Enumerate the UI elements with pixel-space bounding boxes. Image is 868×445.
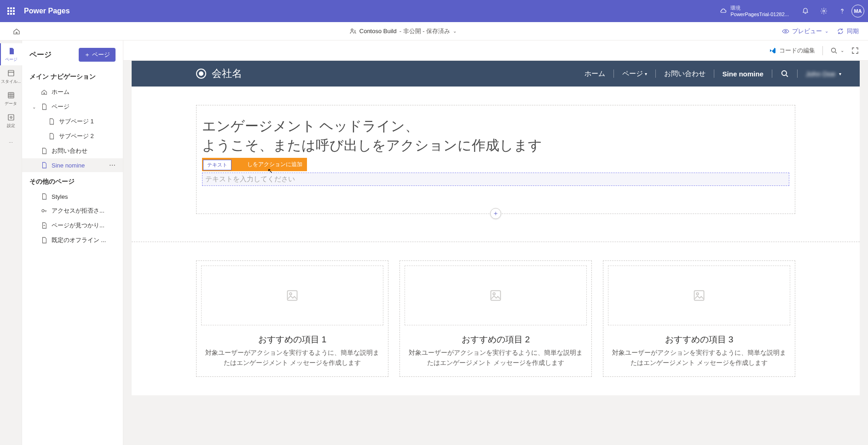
- more-icon[interactable]: ⋯: [109, 162, 116, 169]
- card-title[interactable]: おすすめの項目 1: [197, 330, 388, 347]
- rail-style[interactable]: スタイル...: [0, 65, 22, 87]
- feature-card-1[interactable]: おすすめの項目 1 対象ユーザーがアクションを実行するように、簡単な説明またはエ…: [196, 260, 388, 377]
- sync-icon: [837, 28, 844, 35]
- plus-icon: ＋: [84, 51, 90, 59]
- site-name: Contoso Build: [359, 28, 397, 35]
- svg-point-6: [10, 116, 12, 118]
- nav-link-home[interactable]: ホーム: [576, 69, 613, 78]
- svg-point-15: [696, 293, 699, 295]
- sidebar: ページ ＋ページ メイン ナビゲーション ホーム ⌄ ページ サブページ 1 サ…: [22, 40, 123, 445]
- chevron-down-icon: ⌄: [825, 29, 828, 34]
- text-element-badge[interactable]: テキスト: [203, 160, 231, 170]
- hero-container[interactable]: エンゲージメント ヘッドライン、 ようこそ、または呼び出しをアクションに作成しま…: [196, 105, 795, 214]
- site-status[interactable]: Contoso Build - 非公開 - 保存済み ⌄: [24, 27, 782, 35]
- preview-button[interactable]: プレビュー ⌄: [782, 27, 828, 35]
- top-bar: Power Pages 環境 PowerPagesTrial-01282... …: [0, 0, 868, 22]
- caret-down-icon: ▾: [645, 71, 647, 76]
- app-launcher-icon[interactable]: [4, 4, 18, 18]
- more-icon: ⋯: [6, 138, 16, 147]
- text-input-area[interactable]: テキストを入力してください: [202, 173, 789, 186]
- svg-point-7: [42, 209, 44, 212]
- edit-code-button[interactable]: コードの編集: [769, 46, 815, 55]
- svg-point-0: [823, 10, 825, 12]
- nav-link-sine[interactable]: Sine nomine: [714, 70, 772, 78]
- card-text[interactable]: 対象ユーザーがアクションを実行するように、簡単な説明またはエンゲージメント メッ…: [400, 347, 591, 376]
- page-icon: [7, 46, 16, 56]
- setup-icon: [6, 113, 16, 122]
- separator: [822, 46, 823, 55]
- fullscreen-button[interactable]: [851, 47, 859, 54]
- nav-styles[interactable]: Styles: [22, 190, 123, 203]
- hero-headline[interactable]: エンゲージメント ヘッドライン、 ようこそ、または呼び出しをアクションに作成しま…: [202, 116, 789, 155]
- page-icon: [41, 237, 48, 244]
- nav-subpage-2[interactable]: サブページ 2: [22, 129, 123, 144]
- zoom-icon: [830, 47, 838, 54]
- svg-rect-10: [288, 291, 297, 301]
- zoom-button[interactable]: ⌄: [830, 47, 844, 54]
- page-broken-icon: [41, 222, 48, 229]
- chevron-down-icon: ⌄: [453, 29, 457, 34]
- nav-search[interactable]: [772, 69, 797, 78]
- home-icon: [41, 88, 48, 96]
- nav-access-denied[interactable]: アクセスが拒否さ...: [22, 203, 123, 218]
- card-title[interactable]: おすすめの項目 2: [400, 330, 591, 347]
- notifications-icon[interactable]: [796, 2, 815, 20]
- svg-rect-5: [8, 115, 14, 120]
- svg-point-9: [782, 71, 787, 75]
- environment-picker[interactable]: 環境 PowerPagesTrial-01282...: [719, 5, 789, 18]
- home-icon[interactable]: [9, 28, 24, 35]
- image-placeholder[interactable]: [405, 266, 587, 325]
- page-icon: [48, 118, 55, 125]
- svg-rect-4: [8, 92, 14, 98]
- nav-offline[interactable]: 既定のオフライン ...: [22, 233, 123, 248]
- card-text[interactable]: 対象ユーザーがアクションを実行するように、簡単な説明またはエンゲージメント メッ…: [603, 347, 795, 376]
- site-logo[interactable]: 会社名: [196, 67, 242, 81]
- card-text[interactable]: 対象ユーザーがアクションを実行するように、簡単な説明またはエンゲージメント メッ…: [197, 347, 388, 376]
- svg-point-2: [785, 30, 787, 32]
- eye-icon: [782, 28, 789, 35]
- nav-pages[interactable]: ⌄ ページ: [22, 99, 123, 114]
- sync-button[interactable]: 同期: [837, 27, 859, 35]
- nav-subpage-1[interactable]: サブページ 1: [22, 114, 123, 129]
- expand-icon: [851, 47, 859, 54]
- image-icon: [693, 289, 706, 302]
- image-icon: [286, 289, 299, 302]
- sub-header: Contoso Build - 非公開 - 保存済み ⌄ プレビュー ⌄ 同期: [0, 22, 868, 40]
- image-icon: [489, 289, 502, 302]
- profile-name[interactable]: John Doe: [798, 70, 844, 78]
- image-placeholder[interactable]: [201, 266, 383, 325]
- svg-rect-14: [694, 291, 704, 301]
- nav-sine-nomine[interactable]: Sine nomine ⋯: [22, 158, 123, 172]
- site-preview: 会社名 ホーム ページ▾ お問い合わせ Sine nomine: [132, 61, 860, 395]
- feature-card-2[interactable]: おすすめの項目 2 対象ユーザーがアクションを実行するように、簡単な説明またはエ…: [399, 260, 592, 377]
- image-placeholder[interactable]: [608, 266, 790, 325]
- logo-icon: [196, 69, 206, 79]
- nav-contact[interactable]: お問い合わせ: [22, 144, 123, 158]
- rail-data[interactable]: データ: [0, 87, 22, 110]
- nav-link-pages[interactable]: ページ▾: [614, 69, 655, 78]
- main-nav-heading: メイン ナビゲーション: [22, 67, 123, 85]
- nav-link-contact[interactable]: お問い合わせ: [656, 69, 714, 78]
- cards-section: おすすめの項目 1 対象ユーザーがアクションを実行するように、簡単な説明またはエ…: [132, 242, 860, 395]
- page-icon: [41, 193, 48, 200]
- add-section-button[interactable]: ＋: [490, 208, 501, 219]
- env-name: PowerPagesTrial-01282...: [730, 11, 789, 17]
- search-icon: [781, 69, 789, 78]
- nav-not-found[interactable]: ページが見つかり...: [22, 218, 123, 233]
- data-icon: [6, 91, 16, 100]
- card-title[interactable]: おすすめの項目 3: [603, 330, 795, 347]
- style-icon: [6, 69, 16, 78]
- feature-card-3[interactable]: おすすめの項目 3 対象ユーザーがアクションを実行するように、簡単な説明またはエ…: [603, 260, 795, 377]
- nav-home[interactable]: ホーム: [22, 85, 123, 99]
- rail-setup[interactable]: 設定: [0, 110, 22, 132]
- user-avatar[interactable]: MA: [851, 5, 864, 17]
- rail-pages[interactable]: ページ: [0, 43, 22, 65]
- left-rail: ページ スタイル... データ 設定 ⋯: [0, 40, 22, 445]
- canvas: コードの編集 ⌄ 会社名 ホー: [123, 40, 868, 445]
- rail-more[interactable]: ⋯: [0, 132, 22, 154]
- add-page-button[interactable]: ＋ページ: [79, 48, 116, 62]
- svg-point-8: [832, 48, 836, 52]
- svg-rect-3: [8, 70, 14, 76]
- settings-icon[interactable]: [815, 2, 833, 20]
- help-icon[interactable]: [833, 2, 851, 20]
